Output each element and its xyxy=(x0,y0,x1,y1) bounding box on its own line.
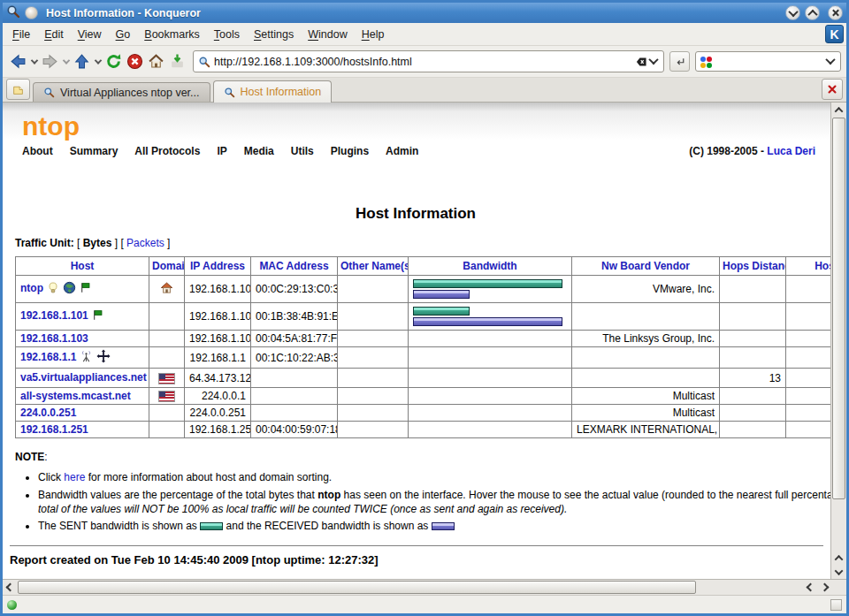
forward-history-dropdown[interactable] xyxy=(61,49,71,74)
menu-bookmarks[interactable]: Bookmarks xyxy=(137,26,207,43)
go-button[interactable] xyxy=(669,51,690,72)
ip-cell: 192.168.1.103 xyxy=(185,331,251,347)
note-heading: NOTE: xyxy=(15,451,830,463)
nav-utils[interactable]: Utils xyxy=(291,145,314,157)
col-mac-address[interactable]: MAC Address xyxy=(251,257,338,276)
forward-button[interactable] xyxy=(40,49,60,74)
hops-cell: 13 xyxy=(720,369,786,388)
menu-settings[interactable]: Settings xyxy=(247,26,301,43)
hops-cell xyxy=(720,347,786,369)
host-link[interactable]: 192.168.1.103 xyxy=(20,332,88,345)
menu-view[interactable]: View xyxy=(71,26,109,43)
here-link[interactable]: here xyxy=(64,471,85,483)
up-button[interactable] xyxy=(72,49,92,74)
ntop-page: ntop About Summary All Protocols IP Medi… xyxy=(3,103,830,579)
menu-help[interactable]: Help xyxy=(355,26,392,43)
col-host[interactable]: Host xyxy=(16,257,149,276)
luca-deri-link[interactable]: Luca Deri xyxy=(767,145,815,157)
konqueror-app-icon xyxy=(6,4,20,22)
clear-location-icon[interactable] xyxy=(632,57,646,67)
vendor-cell xyxy=(572,369,720,388)
stop-button[interactable] xyxy=(125,49,145,74)
minimize-button[interactable] xyxy=(785,5,800,20)
col-host-contact[interactable]: Host Contact xyxy=(786,257,831,276)
bandwidth-cell xyxy=(409,347,572,369)
host-link[interactable]: 192.168.1.101 xyxy=(20,309,88,322)
home-button[interactable] xyxy=(146,49,166,74)
close-button[interactable] xyxy=(828,5,843,20)
other-names-cell xyxy=(338,331,409,347)
menu-go[interactable]: Go xyxy=(109,26,138,43)
vendor-cell: Multicast xyxy=(572,405,720,422)
tab-virtual-appliances[interactable]: Virtual Appliances ntop ver... xyxy=(33,82,210,102)
nav-about[interactable]: About xyxy=(22,145,53,157)
url-input[interactable] xyxy=(214,56,629,68)
col-bandwidth[interactable]: Bandwidth xyxy=(409,257,572,276)
reload-icon xyxy=(105,53,122,70)
horizontal-scroll-track[interactable] xyxy=(17,580,803,595)
host-link[interactable]: ntop xyxy=(20,282,43,294)
close-tab-button[interactable] xyxy=(822,79,843,100)
bandwidth-cell xyxy=(409,303,572,331)
vertical-scroll-track[interactable] xyxy=(831,117,846,551)
search-input[interactable] xyxy=(716,55,823,69)
scroll-left-button-right[interactable] xyxy=(803,580,817,595)
host-link[interactable]: 192.168.1.251 xyxy=(20,423,88,436)
scroll-up-button-bottom[interactable] xyxy=(831,551,846,565)
ntop-logo[interactable]: ntop xyxy=(22,111,830,141)
scroll-left-button[interactable] xyxy=(3,580,17,595)
search-engine-dropdown-icon[interactable] xyxy=(825,54,835,64)
host-link[interactable]: all-systems.mcast.net xyxy=(20,390,131,402)
mac-cell: 00:04:00:59:07:18 xyxy=(251,422,338,438)
scroll-up-button[interactable] xyxy=(831,103,846,117)
resize-grip[interactable] xyxy=(830,599,842,611)
col-hops-distance[interactable]: Hops Distance xyxy=(720,257,786,276)
nav-admin[interactable]: Admin xyxy=(386,145,418,157)
url-history-dropdown-icon[interactable] xyxy=(648,54,658,64)
kde-logo-icon[interactable]: K xyxy=(825,25,844,43)
menu-tools[interactable]: Tools xyxy=(207,26,247,43)
close-icon xyxy=(831,9,839,17)
other-names-cell xyxy=(338,422,409,438)
col-nw-board-vendor[interactable]: Nw Board Vendor xyxy=(572,257,720,276)
menu-window[interactable]: Window xyxy=(301,26,354,43)
location-bar[interactable] xyxy=(193,50,664,72)
vertical-scrollbar[interactable] xyxy=(830,103,846,579)
menu-file[interactable]: File xyxy=(5,26,37,43)
download-button[interactable] xyxy=(167,49,187,74)
up-dropdown[interactable] xyxy=(93,49,103,74)
green-flag-icon xyxy=(80,282,91,296)
back-button[interactable] xyxy=(8,49,28,74)
nav-summary[interactable]: Summary xyxy=(70,145,119,157)
back-history-dropdown[interactable] xyxy=(29,49,39,74)
new-tab-icon xyxy=(12,84,24,95)
nav-plugins[interactable]: Plugins xyxy=(331,145,369,157)
horizontal-scrollbar[interactable] xyxy=(3,579,846,595)
nav-ip[interactable]: IP xyxy=(217,145,226,157)
scroll-down-button[interactable] xyxy=(831,565,846,579)
col-ip-address[interactable]: IP Address xyxy=(185,257,251,276)
nav-media[interactable]: Media xyxy=(244,145,274,157)
reload-button[interactable] xyxy=(103,49,124,74)
menu-bar: File Edit View Go Bookmarks Tools Settin… xyxy=(3,23,846,46)
scroll-right-button[interactable] xyxy=(817,580,831,595)
received-bandwidth-bar xyxy=(413,290,470,299)
menu-edit[interactable]: Edit xyxy=(37,26,71,43)
web-search-box[interactable] xyxy=(695,51,841,72)
new-tab-button[interactable] xyxy=(6,79,30,100)
tab-host-information[interactable]: Host Information xyxy=(213,80,333,103)
sent-bandwidth-bar xyxy=(413,279,562,288)
host-link[interactable]: va5.virtualappliances.net xyxy=(20,371,147,384)
mac-cell xyxy=(251,388,338,405)
vertical-scroll-thumb[interactable] xyxy=(832,118,845,499)
globe-icon xyxy=(63,281,76,297)
maximize-button[interactable] xyxy=(805,5,820,20)
col-domain[interactable]: Domain xyxy=(149,257,185,276)
host-link[interactable]: 224.0.0.251 xyxy=(20,407,76,419)
nav-all-protocols[interactable]: All Protocols xyxy=(134,145,200,157)
sticky-window-icon[interactable] xyxy=(25,6,38,19)
host-link[interactable]: 192.168.1.1 xyxy=(20,351,76,363)
horizontal-scroll-thumb[interactable] xyxy=(18,581,696,594)
col-other-names[interactable]: Other Name(s) xyxy=(338,257,409,276)
traffic-unit-packets-link[interactable]: Packets xyxy=(126,237,164,249)
